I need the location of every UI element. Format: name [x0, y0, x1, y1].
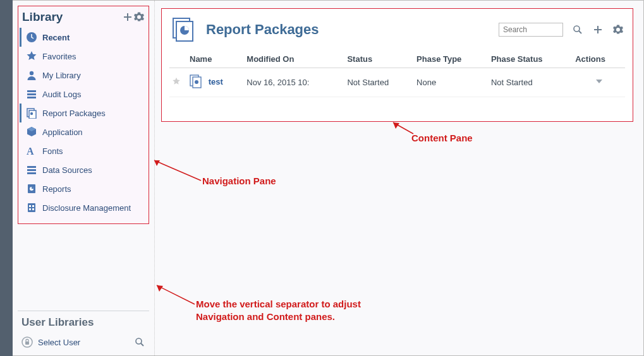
user-libraries-section: User Libraries Select User — [18, 311, 149, 350]
sidebar-item-fonts[interactable]: A Fonts — [20, 141, 147, 160]
lock-icon — [21, 336, 33, 348]
sidebar-item-label: Data Sources — [42, 165, 92, 175]
col-name[interactable]: Name — [187, 50, 244, 68]
sidebar-item-label: Application — [42, 128, 83, 137]
rows-icon — [26, 164, 37, 175]
star-icon — [26, 50, 37, 62]
search-icon[interactable] — [134, 336, 145, 348]
row-name-link[interactable]: test — [209, 77, 223, 86]
svg-point-30 — [195, 80, 198, 84]
person-icon — [26, 69, 37, 81]
col-modified[interactable]: Modified On — [244, 50, 344, 68]
page-pie-icon — [26, 183, 37, 194]
gear-icon[interactable] — [612, 24, 624, 35]
annotation-nav-label: Navigation Pane — [202, 175, 276, 186]
content-title: Report Packages — [206, 21, 490, 38]
document-icon — [190, 74, 202, 90]
gear-icon[interactable] — [133, 11, 145, 23]
sidebar-item-reports[interactable]: Reports — [20, 179, 147, 198]
annotation-separator-label: Move the vertical separator to adjust Na… — [196, 298, 398, 324]
font-icon: A — [26, 145, 37, 157]
svg-rect-18 — [32, 208, 34, 210]
stack-icon — [26, 107, 37, 119]
sidebar-item-favorites[interactable]: Favorites — [20, 47, 147, 66]
svg-point-7 — [30, 112, 33, 115]
sidebar-item-label: Report Packages — [42, 109, 106, 118]
sidebar-item-data-sources[interactable]: Data Sources — [20, 160, 147, 179]
search-icon[interactable] — [572, 24, 583, 35]
svg-rect-2 — [27, 90, 36, 92]
svg-rect-11 — [27, 172, 36, 174]
svg-rect-14 — [28, 203, 35, 212]
sidebar-item-label: Reports — [42, 184, 71, 194]
sidebar: Library Recent Favorites — [13, 1, 155, 355]
content-pane-annotation-box: Report Packages Name Modified On — [161, 8, 633, 122]
svg-point-1 — [30, 71, 33, 75]
svg-rect-15 — [29, 205, 31, 207]
svg-rect-9 — [27, 166, 36, 168]
svg-line-22 — [141, 343, 143, 346]
svg-rect-17 — [29, 208, 31, 210]
report-packages-icon — [171, 16, 197, 43]
svg-point-26 — [574, 26, 580, 32]
svg-rect-4 — [27, 97, 36, 98]
svg-rect-20 — [25, 341, 29, 345]
annotation-content-label: Content Pane — [411, 133, 473, 143]
col-phase-status[interactable]: Phase Status — [489, 50, 573, 68]
svg-text:A: A — [27, 146, 34, 157]
cube-icon — [26, 126, 37, 138]
rows-icon — [26, 88, 37, 100]
col-phase-type[interactable]: Phase Type — [414, 50, 489, 68]
sidebar-item-label: My Library — [42, 71, 81, 80]
sidebar-item-label: Fonts — [42, 146, 63, 156]
sidebar-item-audit-logs[interactable]: Audit Logs — [20, 85, 147, 104]
content-table: Name Modified On Status Phase Type Phase… — [169, 50, 625, 97]
sidebar-item-label: Disclosure Management — [42, 203, 131, 213]
page-grid-icon — [26, 202, 37, 213]
svg-rect-16 — [32, 205, 34, 207]
navigation-pane-annotation-box: Library Recent Favorites — [18, 6, 149, 224]
cell-modified: Nov 16, 2015 10: — [244, 68, 344, 97]
col-actions[interactable]: Actions — [573, 50, 625, 68]
user-libraries-title: User Libraries — [21, 316, 145, 334]
row-actions-menu[interactable] — [573, 68, 625, 97]
sidebar-item-report-packages[interactable]: Report Packages — [20, 104, 147, 122]
sidebar-item-disclosure-management[interactable]: Disclosure Management — [20, 198, 147, 217]
cell-phase-type: None — [414, 68, 489, 97]
svg-rect-10 — [27, 169, 36, 171]
search-input[interactable] — [499, 23, 563, 37]
sidebar-item-label: Favorites — [42, 52, 76, 61]
svg-rect-3 — [27, 93, 36, 95]
sidebar-item-label: Recent — [42, 33, 70, 42]
favorite-star-icon[interactable] — [169, 68, 187, 97]
sidebar-item-my-library[interactable]: My Library — [20, 66, 147, 85]
cell-phase-status: Not Started — [489, 68, 573, 97]
add-icon[interactable] — [592, 24, 604, 35]
table-row[interactable]: test Nov 16, 2015 10: Not Started None N… — [169, 68, 625, 97]
sidebar-title: Library — [22, 10, 122, 24]
add-icon[interactable] — [122, 11, 133, 23]
cell-status: Not Started — [344, 68, 414, 97]
clock-icon — [26, 32, 37, 43]
sidebar-item-label: Audit Logs — [42, 90, 81, 99]
sidebar-item-application[interactable]: Application — [20, 122, 147, 141]
sidebar-item-recent[interactable]: Recent — [20, 28, 147, 47]
svg-point-21 — [136, 338, 142, 344]
col-status[interactable]: Status — [344, 50, 414, 68]
svg-line-27 — [579, 31, 581, 33]
select-user-link[interactable]: Select User — [38, 338, 80, 347]
